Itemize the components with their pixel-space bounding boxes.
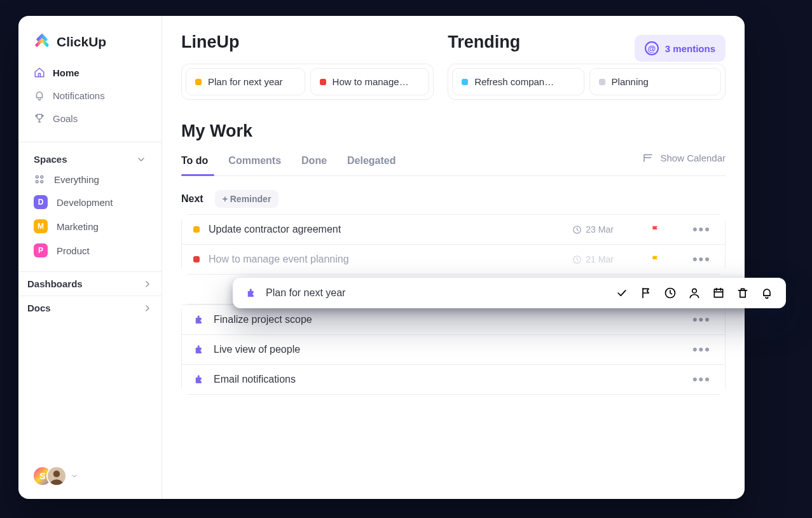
space-label: Product	[57, 245, 90, 256]
task-title: How to manage event planning	[209, 254, 563, 265]
spaces-title: Spaces	[34, 154, 67, 165]
calendar-icon[interactable]	[712, 287, 725, 299]
plain-task-list: Finalize project scope ••• Live view of …	[181, 304, 726, 395]
date-text: 23 Mar	[586, 224, 614, 235]
space-badge: D	[34, 195, 48, 209]
mentions-label: 3 mentions	[665, 43, 715, 54]
more-icon[interactable]: •••	[690, 256, 713, 262]
sidebar: ClickUp Home Notifications Goals	[18, 16, 162, 499]
nav-label: Home	[53, 67, 79, 78]
task-title: Update contractor agreement	[209, 224, 563, 235]
next-header: Next	[181, 193, 203, 205]
tab-delegated[interactable]: Delegated	[347, 147, 396, 175]
lineup-title: LineUp	[181, 32, 434, 52]
task-title: Finalize project scope	[214, 314, 681, 325]
chevron-right-icon	[142, 279, 153, 289]
tab-todo[interactable]: To do	[181, 147, 208, 175]
show-calendar-label: Show Calendar	[660, 153, 726, 163]
status-dot	[462, 79, 468, 85]
show-calendar-button[interactable]: Show Calendar	[642, 152, 726, 171]
space-marketing[interactable]: M Marketing	[25, 214, 155, 238]
at-icon: @	[645, 41, 659, 55]
puzzle-icon	[193, 374, 205, 385]
task-title: Email notifications	[214, 374, 681, 385]
calendar-icon	[642, 152, 654, 163]
svg-point-9	[692, 289, 697, 293]
tab-comments[interactable]: Comments	[228, 147, 281, 175]
task-row[interactable]: Email notifications •••	[182, 364, 725, 394]
puzzle-icon	[245, 287, 257, 299]
puzzle-icon	[193, 314, 205, 325]
card-label: Refresh compan…	[474, 76, 554, 87]
nav-docs[interactable]: Docs	[18, 296, 162, 320]
puzzle-icon	[193, 344, 205, 355]
nav-home[interactable]: Home	[25, 62, 155, 83]
popover-title: Plan for next year	[266, 287, 607, 299]
chevron-down-icon	[71, 472, 78, 480]
add-reminder-button[interactable]: + Reminder	[215, 190, 279, 208]
nav-notifications[interactable]: Notifications	[25, 85, 155, 106]
nav-label: Notifications	[53, 90, 105, 101]
status-dot	[193, 256, 200, 262]
date-text: 21 Mar	[586, 254, 614, 264]
space-everything[interactable]: Everything	[25, 168, 155, 190]
flag-icon[interactable]	[650, 254, 661, 264]
grid-icon	[34, 174, 45, 185]
svg-point-0	[36, 175, 38, 178]
task-row[interactable]: How to manage event planning 21 Mar •••	[182, 244, 725, 274]
more-icon[interactable]: •••	[690, 346, 713, 353]
more-icon[interactable]: •••	[690, 226, 713, 233]
task-row[interactable]: Finalize project scope •••	[182, 304, 725, 334]
brand-text: ClickUp	[57, 34, 106, 50]
task-date: 21 Mar	[572, 254, 614, 264]
space-development[interactable]: D Development	[25, 190, 155, 214]
trending-card[interactable]: Refresh compan…	[452, 68, 584, 95]
nav-goals[interactable]: Goals	[25, 107, 155, 129]
logo[interactable]: ClickUp	[18, 16, 162, 62]
clock-icon[interactable]	[664, 287, 677, 299]
card-label: How to manage…	[333, 76, 409, 87]
task-row[interactable]: Live view of people •••	[182, 334, 725, 364]
space-label: Everything	[54, 174, 99, 185]
svg-point-2	[36, 181, 38, 183]
bell-icon[interactable]	[760, 287, 773, 299]
status-dot	[193, 226, 200, 233]
space-badge: P	[34, 243, 48, 257]
status-dot	[320, 79, 326, 85]
svg-point-5	[53, 470, 60, 477]
primary-nav: Home Notifications Goals	[18, 62, 162, 142]
task-popover: Plan for next year	[233, 278, 786, 308]
lineup-card[interactable]: How to manage…	[310, 68, 430, 95]
spaces-section: Spaces Everything D Development M Market…	[18, 142, 162, 271]
nav-label: Goals	[53, 113, 78, 124]
more-icon[interactable]: •••	[690, 317, 713, 323]
trophy-icon	[34, 112, 45, 124]
check-icon[interactable]	[616, 287, 628, 299]
next-task-list: Update contractor agreement 23 Mar ••• H…	[181, 214, 726, 275]
space-label: Development	[57, 197, 113, 208]
nav-dashboards[interactable]: Dashboards	[18, 271, 162, 296]
svg-point-1	[41, 175, 43, 178]
spaces-header[interactable]: Spaces	[25, 151, 155, 168]
more-icon[interactable]: •••	[690, 376, 713, 383]
tab-done[interactable]: Done	[301, 147, 327, 175]
user-stack[interactable]: S	[32, 466, 78, 486]
bell-icon	[34, 90, 45, 101]
flag-outline-icon[interactable]	[640, 287, 652, 299]
mywork-title: My Work	[181, 121, 726, 141]
task-row[interactable]: Update contractor agreement 23 Mar •••	[182, 215, 725, 244]
nav-label: Docs	[27, 303, 51, 313]
mentions-button[interactable]: @ 3 mentions	[635, 35, 726, 62]
card-label: Plan for next year	[208, 76, 283, 87]
svg-point-3	[41, 181, 43, 183]
trending-card[interactable]: Planning	[589, 68, 721, 95]
home-icon	[34, 67, 45, 78]
person-icon[interactable]	[688, 287, 701, 299]
trash-icon[interactable]	[736, 287, 749, 299]
lineup-card[interactable]: Plan for next year	[186, 68, 305, 95]
flag-icon[interactable]	[650, 224, 661, 235]
status-dot	[599, 79, 605, 85]
space-product[interactable]: P Product	[25, 238, 155, 262]
chevron-down-icon	[136, 154, 146, 165]
card-label: Planning	[612, 76, 649, 87]
